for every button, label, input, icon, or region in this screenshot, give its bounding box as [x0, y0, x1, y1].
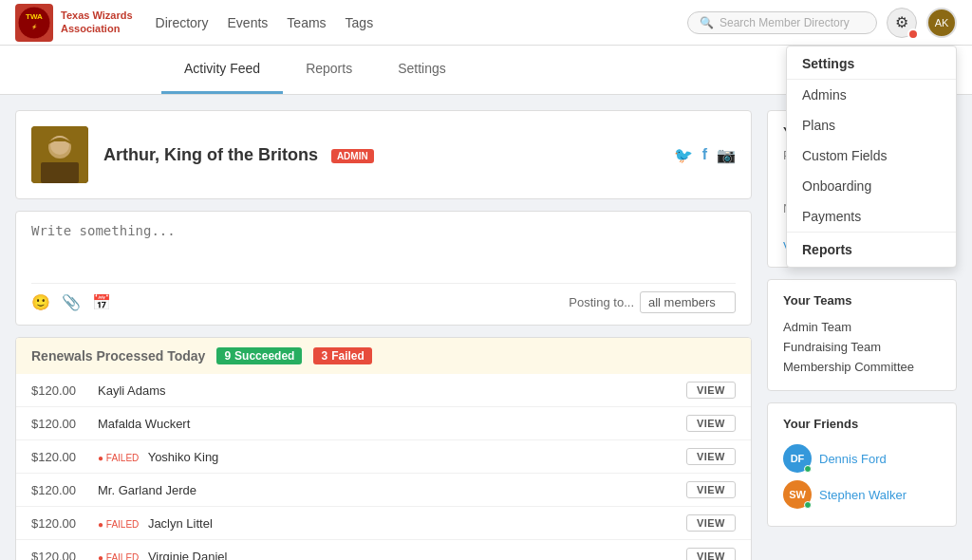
svg-text:⚡: ⚡	[31, 24, 38, 30]
view-button[interactable]: VIEW	[686, 481, 736, 498]
notification-dot	[907, 28, 919, 40]
table-row: $120.00 ● FAILED Virginie Daniel VIEW	[16, 540, 751, 560]
logo-text: Texas Wizards Association	[61, 9, 133, 34]
renewal-amount: $120.00	[31, 550, 98, 561]
nav-links: Directory Events Teams Tags	[156, 15, 687, 30]
dropdown-custom-fields[interactable]: Custom Fields	[787, 140, 956, 171]
admin-badge: ADMIN	[331, 149, 374, 163]
friend-avatar: SW	[783, 480, 812, 509]
write-box: 🙂 📎 📅 Posting to... all members	[15, 211, 752, 326]
top-nav: TWA ⚡ Texas Wizards Association Director…	[0, 0, 972, 46]
dropdown-payments[interactable]: Payments	[787, 201, 956, 232]
list-item[interactable]: Fundraising Team	[783, 337, 941, 357]
view-button[interactable]: VIEW	[686, 415, 736, 432]
tab-activity-feed[interactable]: Activity Feed	[161, 46, 283, 94]
gear-button[interactable]: ⚙	[887, 8, 917, 38]
nav-link-events[interactable]: Events	[228, 15, 269, 30]
failed-label: Failed	[331, 349, 364, 363]
facebook-icon[interactable]: f	[702, 146, 707, 163]
friends-card: Your Friends DF Dennis Ford SW Stephen W…	[767, 402, 957, 527]
renewals-title: Renewals Processed Today	[31, 348, 205, 364]
failed-dot: ● FAILED	[98, 453, 139, 463]
renewal-name: ● FAILED Yoshiko King	[98, 450, 686, 464]
teams-title: Your Teams	[783, 293, 941, 308]
list-item[interactable]: Admin Team	[783, 317, 941, 337]
write-actions: 🙂 📎 📅 Posting to... all members	[31, 283, 736, 313]
logo-area: TWA ⚡ Texas Wizards Association	[15, 4, 133, 42]
posting-to: Posting to... all members	[569, 291, 736, 313]
friend-avatar: DF	[783, 444, 812, 473]
logo-icon: TWA ⚡	[15, 4, 53, 42]
list-item[interactable]: SW Stephen Walker	[783, 476, 941, 513]
renewal-name: Kayli Adams	[98, 383, 686, 398]
write-input[interactable]	[31, 223, 736, 280]
profile-social: 🐦 f 📷	[674, 146, 736, 164]
online-dot	[804, 501, 812, 509]
renewal-amount: $120.00	[31, 516, 98, 531]
succeeded-label: Succeeded	[234, 349, 294, 363]
friend-name: Stephen Walker	[819, 488, 907, 502]
emoji-icon[interactable]: 🙂	[31, 293, 50, 311]
friends-title: Your Friends	[783, 417, 941, 431]
renewal-name: ● FAILED Virginie Daniel	[98, 550, 686, 561]
calendar-icon[interactable]: 📅	[92, 293, 111, 311]
succeeded-count: 9	[224, 349, 231, 363]
profile-name: Arthur, King of the Britons	[103, 145, 318, 164]
online-dot	[804, 465, 812, 473]
view-button[interactable]: VIEW	[686, 448, 736, 465]
tab-settings[interactable]: Settings	[375, 46, 469, 94]
succeeded-badge: 9 Succeeded	[216, 347, 302, 364]
left-column: Arthur, King of the Britons ADMIN 🐦 f 📷 …	[15, 110, 752, 560]
posting-select[interactable]: all members	[640, 291, 736, 313]
table-row: $120.00 Mafalda Wuckert VIEW	[16, 407, 751, 440]
friend-name: Dennis Ford	[819, 452, 887, 466]
tab-reports[interactable]: Reports	[283, 46, 375, 94]
view-button[interactable]: VIEW	[686, 514, 736, 532]
profile-avatar	[31, 126, 88, 183]
team-items-container: Admin TeamFundraising TeamMembership Com…	[783, 317, 941, 377]
list-item[interactable]: DF Dennis Ford	[783, 440, 941, 476]
profile-section: Arthur, King of the Britons ADMIN 🐦 f 📷	[15, 110, 752, 199]
renewal-amount: $120.00	[31, 383, 98, 398]
table-row: $120.00 Mr. Garland Jerde VIEW	[16, 474, 751, 507]
dropdown-reports[interactable]: Reports	[787, 232, 956, 267]
renewal-name: Mr. Garland Jerde	[98, 483, 686, 497]
posting-to-label: Posting to...	[569, 295, 634, 309]
attachment-icon[interactable]: 📎	[62, 293, 81, 311]
failed-count: 3	[321, 349, 327, 363]
dropdown-onboarding[interactable]: Onboarding	[787, 171, 956, 201]
table-row: $120.00 Kayli Adams VIEW	[16, 374, 751, 407]
renewal-rows-container: $120.00 Kayli Adams VIEW $120.00 Mafalda…	[16, 374, 751, 560]
failed-dot: ● FAILED	[98, 552, 139, 561]
teams-card: Your Teams Admin TeamFundraising TeamMem…	[767, 279, 957, 391]
dropdown-settings-header: Settings	[787, 47, 956, 80]
renewal-name: Mafalda Wuckert	[98, 417, 686, 431]
nav-right: 🔍 Search Member Directory ⚙ AK	[687, 8, 957, 38]
view-button[interactable]: VIEW	[686, 382, 736, 399]
friend-items-container: DF Dennis Ford SW Stephen Walker	[783, 440, 941, 513]
renewal-amount: $120.00	[31, 483, 98, 497]
nav-link-teams[interactable]: Teams	[287, 15, 326, 30]
renewals-header: Renewals Processed Today 9 Succeeded 3 F…	[16, 338, 751, 374]
search-icon: 🔍	[700, 16, 714, 29]
view-button[interactable]: VIEW	[686, 548, 736, 560]
renewals-card: Renewals Processed Today 9 Succeeded 3 F…	[15, 337, 752, 560]
search-box[interactable]: 🔍 Search Member Directory	[687, 11, 877, 34]
svg-text:TWA: TWA	[26, 12, 43, 21]
user-avatar[interactable]: AK	[926, 8, 957, 38]
dropdown-admins[interactable]: Admins	[787, 80, 956, 110]
nav-link-tags[interactable]: Tags	[346, 15, 374, 30]
table-row: $120.00 ● FAILED Yoshiko King VIEW	[16, 440, 751, 474]
twitter-icon[interactable]: 🐦	[674, 146, 693, 164]
nav-link-directory[interactable]: Directory	[156, 15, 209, 30]
avatar-initials: AK	[935, 17, 949, 28]
search-placeholder: Search Member Directory	[720, 16, 850, 29]
dropdown-plans[interactable]: Plans	[787, 110, 956, 140]
renewal-amount: $120.00	[31, 417, 98, 431]
table-row: $120.00 ● FAILED Jaclyn Littel VIEW	[16, 507, 751, 540]
profile-info: Arthur, King of the Britons ADMIN	[103, 145, 374, 165]
instagram-icon[interactable]: 📷	[717, 146, 736, 164]
list-item[interactable]: Membership Committee	[783, 357, 941, 377]
posting-wrapper: all members	[640, 291, 736, 313]
renewal-name: ● FAILED Jaclyn Littel	[98, 516, 686, 531]
